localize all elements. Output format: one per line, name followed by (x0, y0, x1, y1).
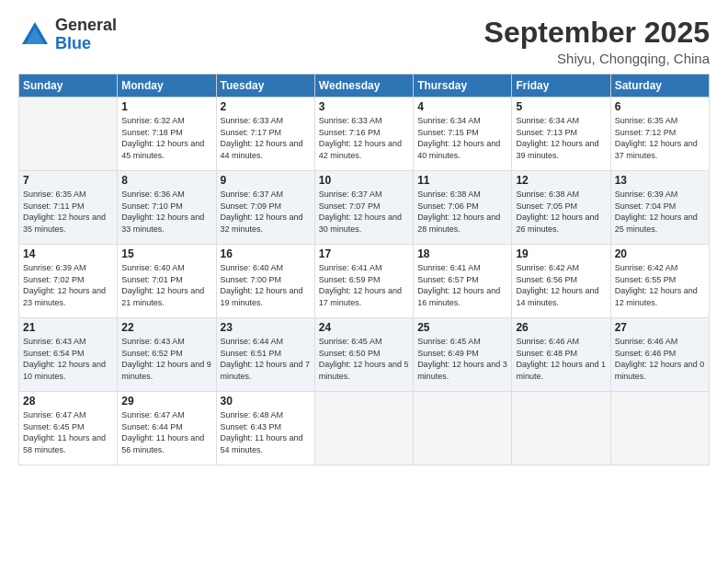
logo-text: General Blue (55, 17, 117, 53)
day-info: Sunrise: 6:39 AMSunset: 7:02 PMDaylight:… (23, 262, 113, 308)
logo-icon (18, 18, 51, 52)
day-info: Sunrise: 6:34 AMSunset: 7:13 PMDaylight:… (516, 115, 606, 161)
month-title: September 2025 (484, 17, 710, 49)
table-row: 8Sunrise: 6:36 AMSunset: 7:10 PMDaylight… (118, 171, 216, 245)
table-row: 26Sunrise: 6:46 AMSunset: 6:48 PMDayligh… (512, 318, 610, 392)
table-row: 11Sunrise: 6:38 AMSunset: 7:06 PMDayligh… (414, 171, 512, 245)
day-number: 1 (121, 100, 211, 113)
table-row: 18Sunrise: 6:41 AMSunset: 6:57 PMDayligh… (414, 245, 512, 318)
day-info: Sunrise: 6:37 AMSunset: 7:09 PMDaylight:… (221, 189, 311, 235)
day-number: 29 (121, 395, 211, 408)
logo-general-text: General (55, 17, 117, 35)
logo: General Blue (18, 17, 117, 53)
day-number: 8 (121, 174, 211, 187)
day-number: 6 (615, 100, 705, 113)
calendar-table: Sunday Monday Tuesday Wednesday Thursday… (18, 74, 710, 465)
day-number: 5 (516, 100, 606, 113)
table-row: 19Sunrise: 6:42 AMSunset: 6:56 PMDayligh… (512, 245, 610, 318)
day-info: Sunrise: 6:44 AMSunset: 6:51 PMDaylight:… (221, 336, 311, 382)
table-row (314, 392, 413, 465)
day-number: 11 (417, 174, 507, 187)
day-number: 10 (319, 174, 409, 187)
table-row: 10Sunrise: 6:37 AMSunset: 7:07 PMDayligh… (314, 171, 413, 245)
table-row: 3Sunrise: 6:33 AMSunset: 7:16 PMDaylight… (314, 98, 413, 171)
day-info: Sunrise: 6:42 AMSunset: 6:56 PMDaylight:… (516, 262, 606, 308)
table-row: 9Sunrise: 6:37 AMSunset: 7:09 PMDaylight… (216, 171, 314, 245)
day-number: 26 (516, 321, 606, 334)
table-row (610, 392, 709, 465)
day-info: Sunrise: 6:47 AMSunset: 6:45 PMDaylight:… (23, 409, 113, 455)
table-row: 12Sunrise: 6:38 AMSunset: 7:05 PMDayligh… (512, 171, 610, 245)
table-row: 28Sunrise: 6:47 AMSunset: 6:45 PMDayligh… (19, 392, 118, 465)
table-row: 5Sunrise: 6:34 AMSunset: 7:13 PMDaylight… (512, 98, 610, 171)
table-row: 14Sunrise: 6:39 AMSunset: 7:02 PMDayligh… (19, 245, 118, 318)
calendar-week-row: 28Sunrise: 6:47 AMSunset: 6:45 PMDayligh… (19, 392, 710, 465)
day-number: 7 (23, 174, 113, 187)
table-row: 25Sunrise: 6:45 AMSunset: 6:49 PMDayligh… (414, 318, 512, 392)
table-row: 21Sunrise: 6:43 AMSunset: 6:54 PMDayligh… (19, 318, 118, 392)
col-friday: Friday (512, 75, 610, 98)
table-row: 24Sunrise: 6:45 AMSunset: 6:50 PMDayligh… (314, 318, 413, 392)
table-row (414, 392, 512, 465)
day-number: 17 (319, 247, 409, 260)
table-row: 30Sunrise: 6:48 AMSunset: 6:43 PMDayligh… (216, 392, 314, 465)
table-row: 1Sunrise: 6:32 AMSunset: 7:18 PMDaylight… (118, 98, 216, 171)
day-info: Sunrise: 6:33 AMSunset: 7:17 PMDaylight:… (221, 115, 311, 161)
table-row: 4Sunrise: 6:34 AMSunset: 7:15 PMDaylight… (414, 98, 512, 171)
table-row: 23Sunrise: 6:44 AMSunset: 6:51 PMDayligh… (216, 318, 314, 392)
day-number: 12 (516, 174, 606, 187)
day-number: 13 (615, 174, 705, 187)
day-number: 16 (221, 247, 311, 260)
day-info: Sunrise: 6:48 AMSunset: 6:43 PMDaylight:… (221, 409, 311, 455)
header: General Blue September 2025 Shiyu, Chong… (18, 17, 710, 66)
day-info: Sunrise: 6:37 AMSunset: 7:07 PMDaylight:… (319, 189, 409, 235)
day-number: 30 (221, 395, 311, 408)
table-row: 27Sunrise: 6:46 AMSunset: 6:46 PMDayligh… (610, 318, 709, 392)
page: General Blue September 2025 Shiyu, Chong… (0, 0, 728, 563)
location-subtitle: Shiyu, Chongqing, China (484, 51, 710, 66)
table-row (19, 98, 118, 171)
day-number: 9 (221, 174, 311, 187)
day-info: Sunrise: 6:40 AMSunset: 7:01 PMDaylight:… (121, 262, 211, 308)
day-info: Sunrise: 6:46 AMSunset: 6:48 PMDaylight:… (516, 336, 606, 382)
col-wednesday: Wednesday (314, 75, 413, 98)
col-monday: Monday (118, 75, 216, 98)
day-info: Sunrise: 6:47 AMSunset: 6:44 PMDaylight:… (121, 409, 211, 455)
day-number: 20 (615, 247, 705, 260)
logo-blue-text: Blue (55, 35, 117, 53)
day-number: 28 (23, 395, 113, 408)
day-number: 3 (319, 100, 409, 113)
calendar-week-row: 7Sunrise: 6:35 AMSunset: 7:11 PMDaylight… (19, 171, 710, 245)
day-info: Sunrise: 6:41 AMSunset: 6:59 PMDaylight:… (319, 262, 409, 308)
day-info: Sunrise: 6:32 AMSunset: 7:18 PMDaylight:… (121, 115, 211, 161)
day-number: 22 (121, 321, 211, 334)
table-row: 2Sunrise: 6:33 AMSunset: 7:17 PMDaylight… (216, 98, 314, 171)
table-row (512, 392, 610, 465)
day-info: Sunrise: 6:38 AMSunset: 7:05 PMDaylight:… (516, 189, 606, 235)
day-info: Sunrise: 6:40 AMSunset: 7:00 PMDaylight:… (221, 262, 311, 308)
col-tuesday: Tuesday (216, 75, 314, 98)
day-info: Sunrise: 6:43 AMSunset: 6:54 PMDaylight:… (23, 336, 113, 382)
day-info: Sunrise: 6:46 AMSunset: 6:46 PMDaylight:… (615, 336, 705, 382)
day-info: Sunrise: 6:41 AMSunset: 6:57 PMDaylight:… (417, 262, 507, 308)
day-info: Sunrise: 6:34 AMSunset: 7:15 PMDaylight:… (417, 115, 507, 161)
calendar-week-row: 14Sunrise: 6:39 AMSunset: 7:02 PMDayligh… (19, 245, 710, 318)
table-row: 13Sunrise: 6:39 AMSunset: 7:04 PMDayligh… (610, 171, 709, 245)
day-number: 18 (417, 247, 507, 260)
day-info: Sunrise: 6:36 AMSunset: 7:10 PMDaylight:… (121, 189, 211, 235)
day-info: Sunrise: 6:38 AMSunset: 7:06 PMDaylight:… (417, 189, 507, 235)
day-info: Sunrise: 6:42 AMSunset: 6:55 PMDaylight:… (615, 262, 705, 308)
day-number: 25 (417, 321, 507, 334)
table-row: 22Sunrise: 6:43 AMSunset: 6:52 PMDayligh… (118, 318, 216, 392)
day-number: 14 (23, 247, 113, 260)
day-number: 2 (221, 100, 311, 113)
day-info: Sunrise: 6:33 AMSunset: 7:16 PMDaylight:… (319, 115, 409, 161)
table-row: 7Sunrise: 6:35 AMSunset: 7:11 PMDaylight… (19, 171, 118, 245)
table-row: 17Sunrise: 6:41 AMSunset: 6:59 PMDayligh… (314, 245, 413, 318)
day-info: Sunrise: 6:39 AMSunset: 7:04 PMDaylight:… (615, 189, 705, 235)
title-block: September 2025 Shiyu, Chongqing, China (484, 17, 710, 66)
day-number: 23 (221, 321, 311, 334)
table-row: 16Sunrise: 6:40 AMSunset: 7:00 PMDayligh… (216, 245, 314, 318)
table-row: 20Sunrise: 6:42 AMSunset: 6:55 PMDayligh… (610, 245, 709, 318)
day-info: Sunrise: 6:35 AMSunset: 7:12 PMDaylight:… (615, 115, 705, 161)
